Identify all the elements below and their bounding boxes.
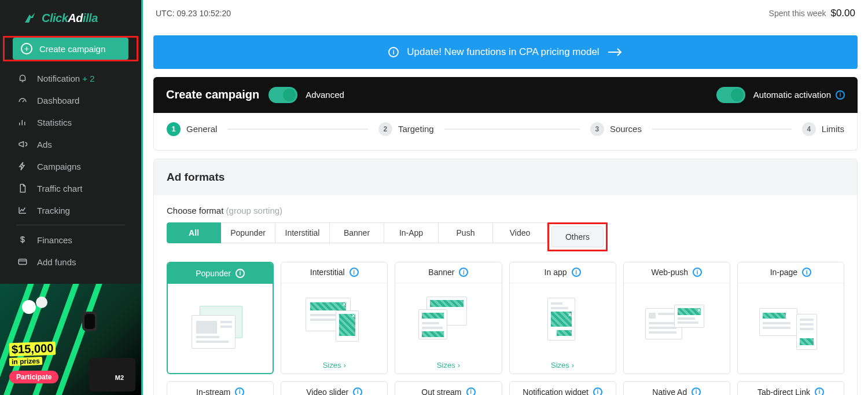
tab-video[interactable]: Video xyxy=(493,222,547,243)
in-app-thumb-icon: × xyxy=(528,294,597,346)
watch-icon xyxy=(75,307,104,336)
sidebar-item-statistics[interactable]: Statistics xyxy=(0,111,141,133)
card-icon xyxy=(16,255,29,268)
step-sources[interactable]: 3 Sources xyxy=(590,122,642,136)
card-out-stream[interactable]: Out streami xyxy=(395,381,502,395)
card-video-slider[interactable]: Video slideri xyxy=(281,381,388,395)
step-label: Sources xyxy=(610,124,642,134)
bell-icon xyxy=(16,72,29,85)
sidebar-item-campaigns[interactable]: Campaigns xyxy=(0,155,141,177)
sidebar-item-add-funds[interactable]: Add funds xyxy=(0,251,141,273)
topbar: UTC: 09.23 10:52:20 Spent this week $0.0… xyxy=(143,0,868,27)
nav-label: Campaigns xyxy=(37,162,81,171)
file-icon xyxy=(16,182,29,195)
tab-others[interactable]: Others xyxy=(551,226,604,247)
tab-all[interactable]: All xyxy=(167,222,221,243)
card-title: Popunder xyxy=(196,269,231,278)
auto-activation-label: Automatic activation xyxy=(753,90,831,100)
auto-activation-toggle[interactable] xyxy=(716,87,745,103)
sidebar-item-dashboard[interactable]: Dashboard xyxy=(0,89,141,111)
brand-logo[interactable]: ClickAdilla xyxy=(0,0,141,36)
svg-point-1 xyxy=(22,300,36,314)
info-icon[interactable]: i xyxy=(815,387,824,395)
card-title: Native Ad xyxy=(652,387,687,395)
info-icon[interactable]: i xyxy=(466,387,476,395)
info-icon[interactable]: i xyxy=(236,269,245,278)
promo-prize: $15,000 xyxy=(9,342,56,357)
page-title: Create campaign xyxy=(166,88,259,101)
nav-label: Finances xyxy=(37,235,72,245)
choose-format-label: Choose format (group sorting) xyxy=(167,206,844,215)
web-push-thumb-icon: × xyxy=(642,302,711,354)
section-title: Ad formats xyxy=(154,159,857,195)
sizes-link[interactable]: Sizes› xyxy=(281,357,387,374)
card-title: Web-push xyxy=(651,268,688,277)
ad-formats-section: Ad formats Choose format (group sorting)… xyxy=(153,159,858,395)
gauge-icon xyxy=(16,94,29,107)
card-popunder[interactable]: Popunderi xyxy=(167,262,274,374)
sizes-link[interactable]: Sizes› xyxy=(510,357,616,374)
nav-label: Notification xyxy=(37,74,80,83)
card-title: Tab-direct Link xyxy=(757,387,810,395)
card-title: In app xyxy=(545,268,567,277)
info-icon[interactable]: i xyxy=(693,268,702,277)
sidebar-item-tracking[interactable]: Tracking xyxy=(0,199,141,221)
card-in-page[interactable]: In-pagei xyxy=(737,262,844,374)
create-campaign-button[interactable]: + Create campaign xyxy=(13,38,128,60)
card-title: In-stream xyxy=(196,387,230,395)
sidebar-item-finances[interactable]: Finances xyxy=(0,229,141,251)
sidebar-item-traffic-chart[interactable]: Traffic chart xyxy=(0,177,141,199)
info-icon[interactable]: i xyxy=(572,268,581,277)
tab-interstitial[interactable]: Interstitial xyxy=(275,222,330,243)
sizes-link[interactable]: Sizes› xyxy=(395,357,501,374)
card-web-push[interactable]: Web-pushi × xyxy=(623,262,730,374)
nav-label: Traffic chart xyxy=(37,184,82,193)
info-icon[interactable]: i xyxy=(459,268,468,277)
step-limits[interactable]: 4 Limits xyxy=(802,122,844,136)
spent-value: $0.00 xyxy=(830,8,855,19)
info-icon[interactable]: i xyxy=(350,268,359,277)
update-banner[interactable]: i Update! New functions in CPA pricing m… xyxy=(153,35,858,69)
interstitial-thumb-icon: × × xyxy=(300,294,369,346)
step-targeting[interactable]: 2 Targeting xyxy=(378,122,434,136)
sidebar-item-ads[interactable]: Ads xyxy=(0,133,141,155)
card-in-stream[interactable]: In-streami xyxy=(167,381,274,395)
tab-popunder[interactable]: Popunder xyxy=(221,222,275,243)
ipad-icon xyxy=(89,358,135,392)
tab-in-app[interactable]: In-App xyxy=(384,222,439,243)
info-icon[interactable]: i xyxy=(836,90,845,100)
logo-illa: illa xyxy=(83,12,98,24)
step-number: 4 xyxy=(802,122,816,136)
step-number: 2 xyxy=(378,122,392,136)
step-general[interactable]: 1 General xyxy=(167,122,217,136)
card-tab-direct-link[interactable]: Tab-direct Linki xyxy=(737,381,844,395)
svg-rect-4 xyxy=(84,314,95,329)
card-title: Out stream xyxy=(421,387,461,395)
promo-cta[interactable]: Participate xyxy=(9,371,58,383)
info-icon[interactable]: i xyxy=(802,268,811,277)
sidebar-item-notification[interactable]: Notification + 2 xyxy=(0,67,141,89)
create-campaign-label: Create campaign xyxy=(39,44,105,54)
info-icon[interactable]: i xyxy=(235,387,244,395)
hummingbird-icon xyxy=(23,11,37,25)
divider xyxy=(16,225,125,225)
promo-banner[interactable]: M2 $15,000 in prizes Participate xyxy=(0,284,141,395)
tab-banner[interactable]: Banner xyxy=(330,222,384,243)
sidebar-nav: Notification + 2 Dashboard Statistics Ad… xyxy=(0,61,141,273)
tab-push[interactable]: Push xyxy=(439,222,493,243)
card-notification-widget[interactable]: Notification widgeti xyxy=(509,381,616,395)
wizard-steps: 1 General 2 Targeting 3 Sources xyxy=(153,113,858,151)
card-native-ad[interactable]: Native Adi xyxy=(623,381,730,395)
in-page-thumb-icon xyxy=(756,302,825,354)
info-icon[interactable]: i xyxy=(593,387,602,395)
info-icon[interactable]: i xyxy=(353,387,362,395)
format-cards-row-2: In-streami Video slideri Out streami Not… xyxy=(167,381,844,395)
plus-circle-icon: + xyxy=(21,43,32,54)
card-in-app[interactable]: In appi × Sizes› xyxy=(509,262,616,374)
card-interstitial[interactable]: Interstitiali × × Sizes› xyxy=(281,262,388,374)
card-banner[interactable]: Banneri Sizes› xyxy=(395,262,502,374)
advanced-toggle[interactable] xyxy=(269,87,297,103)
highlight-others-tab: Others xyxy=(547,222,608,251)
info-icon[interactable]: i xyxy=(692,387,701,395)
svg-rect-0 xyxy=(19,259,27,265)
